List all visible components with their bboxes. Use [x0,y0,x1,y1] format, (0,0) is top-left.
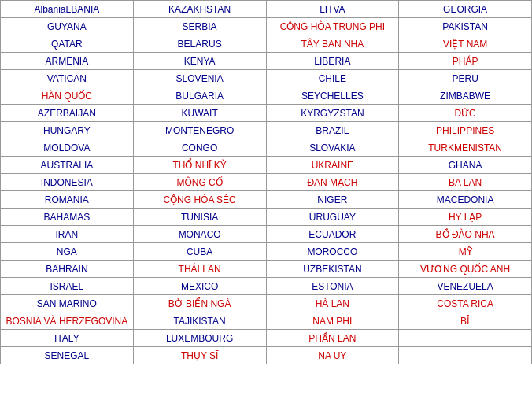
table-cell: LITVA [266,1,399,18]
table-cell: BELARUS [133,35,266,53]
table-cell: TAJIKISTAN [133,312,266,330]
table-cell: VƯƠNG QUỐC ANH [399,261,532,278]
table-cell: MACEDONIA [399,191,532,209]
table-cell: PHÁP [399,53,532,70]
table-cell: SLOVENIA [133,70,266,87]
table-cell: CỘNG HÒA TRUNG PHI [266,18,399,35]
table-row: QATARBELARUSTÂY BAN NHAVIỆT NAM [1,35,532,53]
table-row: NGACUBAMOROCCOMỸ [1,243,532,261]
table-cell: ARMENIA [1,53,134,70]
table-cell: KAZAKHSTAN [133,1,266,18]
table-cell: BỜ BIỂN NGÀ [133,295,266,312]
table-row: INDONESIAMÔNG CỔĐAN MẠCHBA LAN [1,174,532,191]
table-cell: PERU [399,70,532,87]
table-row: ISRAELMEXICOESTONIAVENEZUELA [1,278,532,295]
table-cell: LIBERIA [266,53,399,70]
table-cell: CHILE [266,70,399,87]
table-cell: ECUADOR [266,226,399,243]
table-row: BOSNIA VÀ HERZEGOVINATAJIKISTANNAM PHIBỈ [1,312,532,330]
table-cell: PHẦN LAN [266,330,399,347]
table-cell: BỈ [399,312,532,330]
table-cell: ESTONIA [266,278,399,295]
table-row: GUYANASERBIACỘNG HÒA TRUNG PHIPAKISTAN [1,18,532,35]
table-cell [399,347,532,364]
table-cell: ISRAEL [1,278,134,295]
table-cell: ĐỨC [399,105,532,122]
table-row: IRANMONACOECUADORBỒ ĐÀO NHA [1,226,532,243]
table-cell: SAN MARINO [1,295,134,312]
table-row: ITALYLUXEMBOURGPHẦN LAN [1,330,532,347]
table-cell: BAHAMAS [1,209,134,226]
table-cell: HUNGARY [1,122,134,139]
table-cell: GEORGIA [399,1,532,18]
table-cell: MỸ [399,243,532,261]
table-cell: CUBA [133,243,266,261]
table-cell: HÀN QUỐC [1,87,134,105]
table-cell: SLOVAKIA [266,139,399,157]
table-cell: NA UY [266,347,399,364]
table-cell: URUGUAY [266,209,399,226]
table-cell: IRAN [1,226,134,243]
table-cell: INDONESIA [1,174,134,191]
table-cell: BA LAN [399,174,532,191]
table-cell [399,330,532,347]
table-row: VATICANSLOVENIACHILEPERU [1,70,532,87]
table-cell: ITALY [1,330,134,347]
table-cell: THỔ NHĨ KỲ [133,157,266,174]
table-cell: VIỆT NAM [399,35,532,53]
table-cell: MONTENEGRO [133,122,266,139]
table-cell: KENYA [133,53,266,70]
table-cell: UKRAINE [266,157,399,174]
table-cell: KYRGYZSTAN [266,105,399,122]
table-cell: SERBIA [133,18,266,35]
table-cell: AZERBAIJAN [1,105,134,122]
table-cell: ZIMBABWE [399,87,532,105]
table-row: BAHAMASTUNISIAURUGUAYHY LẠP [1,209,532,226]
table-cell: CỘNG HÒA SÉC [133,191,266,209]
table-cell: GHANA [399,157,532,174]
table-row: MOLDOVACONGOSLOVAKIATURKMENISTAN [1,139,532,157]
table-cell: UZBEKISTAN [266,261,399,278]
table-cell: BỒ ĐÀO NHA [399,226,532,243]
table-row: BAHRAINTHÁI LANUZBEKISTANVƯƠNG QUỐC ANH [1,261,532,278]
table-cell: NGA [1,243,134,261]
table-row: AlbaniaLBANIAKAZAKHSTANLITVAGEORGIA [1,1,532,18]
table-row: SAN MARINOBỜ BIỂN NGÀHÀ LANCOSTA RICA [1,295,532,312]
table-cell: THÁI LAN [133,261,266,278]
table-cell: VENEZUELA [399,278,532,295]
table-cell: PAKISTAN [399,18,532,35]
table-cell: HY LẠP [399,209,532,226]
table-cell: MÔNG CỔ [133,174,266,191]
table-cell: TUNISIA [133,209,266,226]
table-row: HÀN QUỐCBULGARIASEYCHELLESZIMBABWE [1,87,532,105]
table-row: SENEGALTHỤY SĨNA UY [1,347,532,364]
table-cell: TURKMENISTAN [399,139,532,157]
table-cell: NIGER [266,191,399,209]
table-cell: LUXEMBOURG [133,330,266,347]
table-cell: BULGARIA [133,87,266,105]
table-cell: THỤY SĨ [133,347,266,364]
table-cell: AlbaniaLBANIA [1,1,134,18]
table-cell: MONACO [133,226,266,243]
table-row: ARMENIAKENYALIBERIAPHÁP [1,53,532,70]
table-cell: ROMANIA [1,191,134,209]
table-row: ROMANIACỘNG HÒA SÉCNIGERMACEDONIA [1,191,532,209]
country-table: AlbaniaLBANIAKAZAKHSTANLITVAGEORGIAGUYAN… [0,0,532,364]
table-row: AUSTRALIATHỔ NHĨ KỲUKRAINEGHANA [1,157,532,174]
table-cell: SENEGAL [1,347,134,364]
table-cell: AUSTRALIA [1,157,134,174]
table-cell: COSTA RICA [399,295,532,312]
table-cell: GUYANA [1,18,134,35]
table-cell: ĐAN MẠCH [266,174,399,191]
table-row: AZERBAIJANKUWAITKYRGYZSTANĐỨC [1,105,532,122]
table-cell: BRAZIL [266,122,399,139]
table-cell: VATICAN [1,70,134,87]
table-cell: SEYCHELLES [266,87,399,105]
table-cell: CONGO [133,139,266,157]
table-cell: BAHRAIN [1,261,134,278]
table-cell: MEXICO [133,278,266,295]
table-cell: TÂY BAN NHA [266,35,399,53]
table-cell: PHILIPPINES [399,122,532,139]
table-cell: NAM PHI [266,312,399,330]
table-cell: KUWAIT [133,105,266,122]
